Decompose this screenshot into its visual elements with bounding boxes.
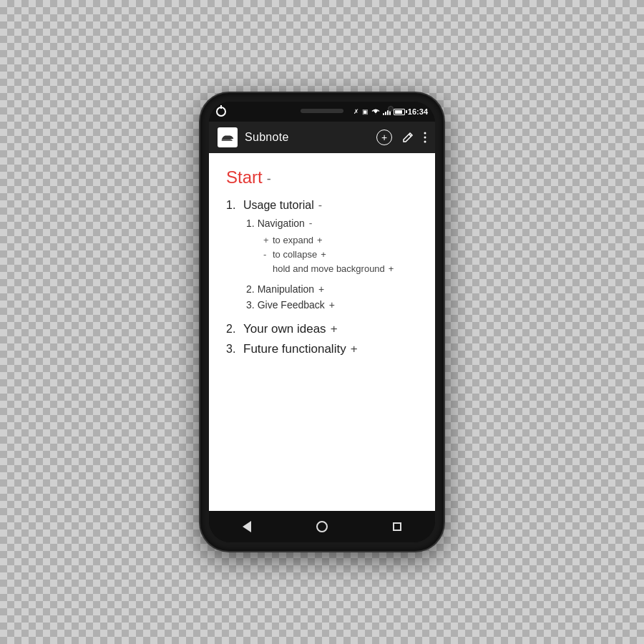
item-prefix: + xyxy=(263,235,270,245)
list-item: + to expand + xyxy=(263,235,394,245)
svg-point-1 xyxy=(424,132,426,135)
svg-rect-0 xyxy=(222,140,233,141)
recents-icon xyxy=(393,522,401,531)
item-suffix: - xyxy=(318,199,322,212)
item-suffix: + xyxy=(389,263,394,274)
note-title: Start - xyxy=(226,167,421,187)
svg-point-2 xyxy=(424,137,426,139)
sub-item-suffix: + xyxy=(318,283,324,295)
battery-fill xyxy=(395,110,402,114)
bottom-nav xyxy=(209,511,435,542)
home-icon xyxy=(316,521,328,532)
sub-item-num: 3. xyxy=(246,299,255,311)
battery-icon xyxy=(394,109,405,115)
title-text: Start xyxy=(226,167,263,187)
item-label: to expand xyxy=(273,235,313,245)
item-label: Future functionality xyxy=(243,342,346,356)
app-logo xyxy=(218,127,238,147)
list-item: 2. Manipulation + xyxy=(246,283,394,295)
list-item: hold and move background + xyxy=(263,263,394,274)
wifi-icon xyxy=(371,108,380,115)
item-suffix: + xyxy=(351,342,358,356)
item-label: hold and move background xyxy=(273,263,385,274)
item-suffix: + xyxy=(317,235,323,245)
signal-bar-1 xyxy=(383,113,384,115)
phone-device: ✗ ▣ xyxy=(200,93,444,551)
bluetooth-icon: ✗ xyxy=(353,108,359,115)
more-button[interactable] xyxy=(424,132,426,143)
sub-item-label: Give Feedback xyxy=(258,299,325,311)
sim-icon: ▣ xyxy=(362,108,369,115)
sub-sub-list: + to expand + - to collapse + xyxy=(263,235,394,278)
list-item: - to collapse + xyxy=(263,249,394,260)
pencil-icon xyxy=(402,132,414,143)
power-icon xyxy=(216,107,226,117)
list-item: 1. Navigation - + to expand + xyxy=(246,218,394,280)
app-bar: Subnote + xyxy=(209,122,435,153)
sub-item-label: Manipulation xyxy=(258,283,314,295)
sub-item-suffix: - xyxy=(309,218,313,229)
item-number: 1. xyxy=(226,199,240,212)
add-button[interactable]: + xyxy=(376,130,392,145)
status-left xyxy=(216,107,228,117)
item-label: Your own ideas xyxy=(243,322,326,336)
sub-item-suffix: + xyxy=(329,299,335,311)
list-item: 3. Give Feedback + xyxy=(246,299,394,311)
list-item: 2. Your own ideas + xyxy=(226,322,421,336)
sub-item-num: 1. xyxy=(246,218,255,229)
recents-button[interactable] xyxy=(387,517,407,537)
battery-body xyxy=(394,109,405,115)
app-bar-actions: + xyxy=(376,130,426,145)
title-dash: - xyxy=(267,172,271,187)
phone-screen: ✗ ▣ xyxy=(209,102,435,542)
svg-point-3 xyxy=(424,141,426,143)
back-icon xyxy=(243,521,251,532)
item-label: to collapse xyxy=(273,249,317,260)
main-list: 1. Usage tutorial - 1. Navigation - xyxy=(226,199,421,356)
list-item: 3. Future functionality + xyxy=(226,342,421,356)
home-button[interactable] xyxy=(312,517,332,537)
sub-item-label: Navigation xyxy=(258,218,305,229)
signal-bar-2 xyxy=(385,112,386,115)
overflow-icon xyxy=(424,132,426,143)
sub-list: 1. Navigation - + to expand + xyxy=(246,218,394,315)
edit-button[interactable] xyxy=(402,132,414,143)
list-item: 1. Usage tutorial - 1. Navigation - xyxy=(226,199,421,318)
item-prefix: - xyxy=(263,249,270,260)
item-suffix: + xyxy=(321,249,326,260)
item-suffix: + xyxy=(331,322,338,336)
sub-item-num: 2. xyxy=(246,283,255,295)
front-camera xyxy=(388,106,394,112)
item-number: 3. xyxy=(226,343,240,356)
shoe-icon xyxy=(220,132,235,142)
content-area[interactable]: Start - 1. Usage tutorial - xyxy=(209,153,435,511)
app-title: Subnote xyxy=(245,131,369,144)
item-label: Usage tutorial xyxy=(243,199,314,212)
speaker-grill xyxy=(301,109,343,113)
status-time: 16:34 xyxy=(408,107,428,116)
back-button[interactable] xyxy=(237,517,257,537)
item-number: 2. xyxy=(226,323,240,336)
